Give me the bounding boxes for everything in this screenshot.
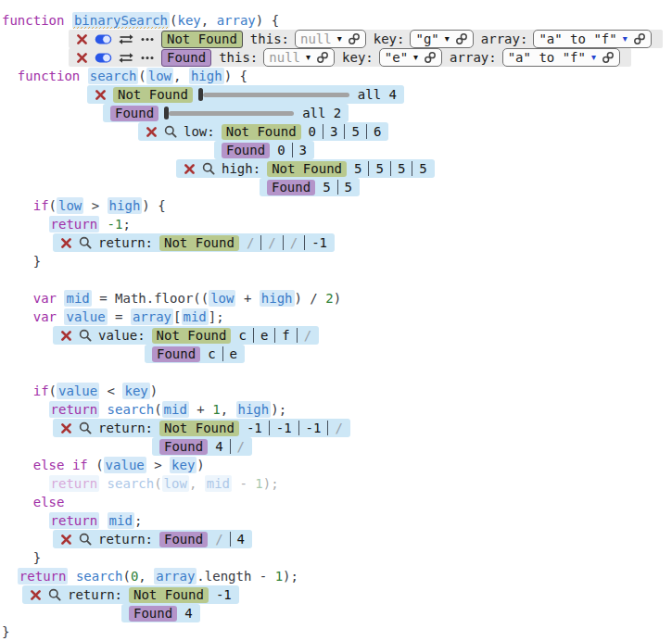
code-token-probed[interactable]: value: [57, 383, 99, 399]
magnifier-icon[interactable]: [79, 236, 92, 249]
code-token: [2, 476, 49, 491]
code-token-probed[interactable]: mid: [162, 401, 189, 418]
link-icon[interactable]: [602, 51, 615, 64]
toggle-on-icon[interactable]: [95, 52, 112, 64]
code-token-probed[interactable]: array: [131, 308, 173, 325]
code-token-probed[interactable]: high: [189, 68, 224, 84]
slider-panel: Foundall 2: [103, 104, 349, 122]
probe-return-not-found: return:Not Found///-1: [2, 233, 672, 252]
value-dropdown[interactable]: "e"▾: [379, 48, 442, 67]
value-dropdown[interactable]: null▾: [263, 48, 335, 67]
code-token-probed[interactable]: low: [146, 68, 173, 84]
close-icon[interactable]: [30, 589, 42, 601]
close-icon[interactable]: [76, 33, 88, 45]
close-icon[interactable]: [146, 126, 158, 138]
link-icon[interactable]: [633, 32, 646, 45]
code-token-probed[interactable]: search: [88, 68, 139, 84]
close-icon[interactable]: [60, 534, 72, 546]
probe-final-return-found: Found4: [2, 604, 672, 622]
code-token-probed[interactable]: return: [18, 568, 69, 584]
code-token-probed[interactable]: mid: [108, 512, 134, 529]
code-line-if-low-high: if(low > high) {: [2, 196, 672, 215]
code-token-probed[interactable]: key: [170, 457, 197, 473]
status-badge-not-found[interactable]: Not Found: [161, 31, 243, 48]
probe-value: /: [215, 532, 222, 547]
value-dropdown[interactable]: "g"▾: [410, 30, 473, 48]
value-dropdown[interactable]: "a" to "f"▾: [502, 48, 620, 67]
status-badge-found[interactable]: Found: [161, 49, 211, 67]
swap-arrows-icon[interactable]: [119, 33, 133, 45]
code-token: [99, 217, 107, 232]
value-separator: [260, 235, 261, 250]
code-token-probed[interactable]: low: [162, 475, 189, 492]
probe-panel: Found4/: [152, 437, 252, 456]
code-token-probed[interactable]: mid: [205, 475, 232, 492]
code-token: if: [33, 198, 49, 213]
status-badge-found: Found: [110, 106, 158, 121]
value-separator: [230, 439, 231, 454]
probe-values: -1: [216, 587, 232, 602]
ellipsis-icon[interactable]: [140, 33, 155, 45]
value-dropdown[interactable]: null▾: [295, 30, 366, 48]
probe-values: 5555: [354, 161, 427, 176]
link-icon[interactable]: [455, 32, 468, 45]
code-token: [2, 383, 33, 398]
probe-label: low:: [184, 124, 215, 139]
link-icon[interactable]: [424, 51, 437, 64]
code-token-probed[interactable]: value: [104, 457, 146, 473]
status-badge-found: Found: [267, 180, 315, 195]
code-token: [64, 458, 71, 472]
magnifier-icon[interactable]: [202, 162, 215, 175]
status-badge-not-found: Not Found: [267, 161, 347, 177]
close-icon[interactable]: [60, 330, 72, 342]
code-token: key: [177, 13, 200, 28]
probe-panel: Foundce: [145, 345, 245, 363]
magnifier-icon[interactable]: [79, 533, 92, 546]
code-token-probed[interactable]: value: [64, 308, 107, 325]
code-line-if-value-key: if(value < key): [2, 382, 672, 400]
probe-value: 5: [419, 161, 426, 176]
toggle-on-icon[interactable]: [95, 33, 112, 45]
close-icon[interactable]: [184, 163, 196, 175]
probe-value: -1: [247, 421, 262, 435]
probe-panel: value:Not Foundcef/: [53, 326, 319, 345]
magnifier-icon[interactable]: [79, 329, 92, 342]
code-token-probed[interactable]: return: [49, 475, 100, 492]
code-token-probed[interactable]: mid: [64, 290, 91, 307]
slider-track[interactable]: [169, 111, 294, 116]
code-line-return-neg1: return -1;: [2, 215, 672, 233]
probe-value: /: [304, 328, 311, 343]
magnifier-icon[interactable]: [48, 588, 61, 601]
close-icon[interactable]: [95, 89, 107, 101]
code-token-probed[interactable]: mid: [182, 308, 209, 325]
code-token-probed[interactable]: low: [57, 197, 83, 214]
code-token-probed[interactable]: return: [49, 401, 100, 418]
link-icon[interactable]: [348, 32, 361, 45]
code-token-probed[interactable]: high: [260, 290, 295, 307]
code-token-probed[interactable]: binarySearch: [72, 12, 170, 29]
code-token-probed[interactable]: array: [154, 568, 197, 584]
code-token-probed[interactable]: key: [122, 383, 149, 399]
code-token: function: [2, 13, 64, 28]
probe-values: cef/: [238, 328, 311, 343]
probe-label: high:: [222, 161, 260, 176]
value-dropdown[interactable]: "a" to "f"▾: [533, 30, 651, 48]
code-token-probed[interactable]: high: [236, 401, 272, 418]
swap-arrows-icon[interactable]: [119, 52, 133, 64]
code-line-return-search-lower-dead: return search(low, mid - 1);: [2, 474, 672, 493]
code-token-probed[interactable]: return: [49, 512, 100, 529]
close-icon[interactable]: [60, 422, 72, 434]
code-line-return-mid: return mid;: [2, 511, 672, 530]
magnifier-icon[interactable]: [79, 421, 92, 434]
magnifier-icon[interactable]: [164, 125, 177, 138]
link-icon[interactable]: [316, 51, 329, 64]
code-token-probed[interactable]: high: [108, 197, 143, 214]
code-token-probed[interactable]: return: [49, 216, 100, 233]
probe-label: return:: [98, 532, 153, 547]
close-icon[interactable]: [60, 237, 72, 249]
ellipsis-icon[interactable]: [140, 52, 155, 64]
code-token: 1: [255, 476, 262, 491]
close-icon[interactable]: [76, 52, 88, 64]
slider-track[interactable]: [203, 93, 349, 97]
code-token-probed[interactable]: low: [209, 290, 235, 307]
